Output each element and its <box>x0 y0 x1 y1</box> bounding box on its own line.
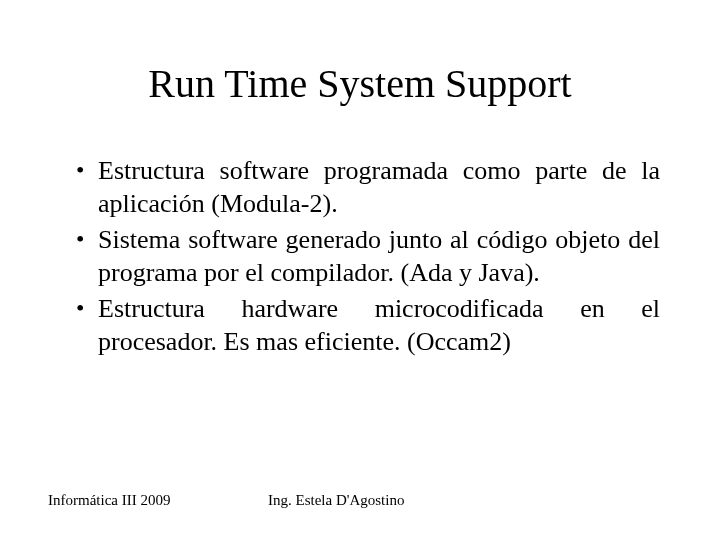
list-item: Sistema software generado junto al códig… <box>76 224 660 289</box>
slide-title: Run Time System Support <box>48 60 672 107</box>
footer-course: Informática III 2009 <box>48 492 170 509</box>
footer-author: Ing. Estela D'Agostino <box>268 492 404 509</box>
bullet-list: Estructura software programada como part… <box>48 155 672 358</box>
list-item: Estructura software programada como part… <box>76 155 660 220</box>
list-item: Estructura hardware microcodificada en e… <box>76 293 660 358</box>
slide: Run Time System Support Estructura softw… <box>0 0 720 540</box>
